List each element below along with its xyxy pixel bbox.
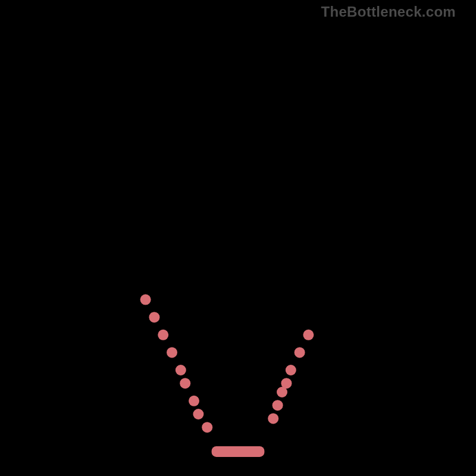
marker-dot (140, 295, 151, 305)
bottleneck-curve (18, 18, 458, 454)
marker-dot (268, 413, 278, 424)
marker-dot (176, 365, 186, 375)
marker-dot (193, 409, 203, 419)
marker-dot (281, 378, 292, 389)
marker-dot (189, 396, 199, 406)
chart-frame: TheBottleneck.com (0, 0, 476, 476)
marker-cluster-left (140, 295, 213, 433)
marker-dot (180, 378, 190, 389)
marker-dot (303, 330, 314, 340)
marker-dot (286, 365, 296, 375)
marker-dot (295, 347, 305, 358)
chart-overlay (18, 18, 458, 458)
marker-dot (167, 347, 177, 358)
marker-base-segment (212, 446, 265, 457)
marker-dot (158, 330, 168, 340)
marker-dot (273, 400, 283, 411)
marker-dot (149, 312, 159, 322)
marker-cluster-right (268, 330, 314, 424)
marker-dot (202, 422, 212, 433)
